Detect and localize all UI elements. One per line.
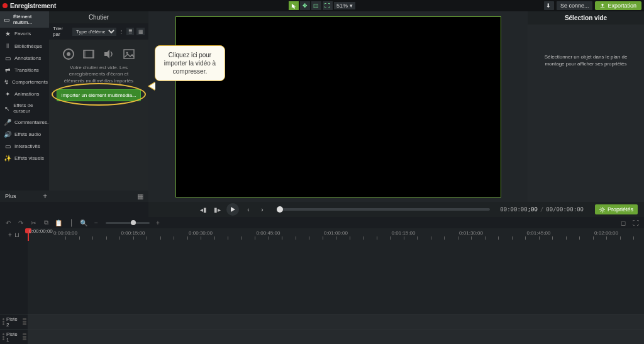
zoom-slider-handle[interactable]: [131, 220, 136, 225]
media-bin-sort-row: Trier par Type d'élément mult... ⋮ ≣ ▦: [49, 23, 148, 40]
cursor-tool[interactable]: [289, 1, 299, 10]
cut-button[interactable]: ✂: [29, 218, 38, 227]
track-toggles[interactable]: [23, 333, 26, 340]
track-row-1[interactable]: [28, 329, 644, 344]
gear-icon: [599, 207, 605, 213]
export-button[interactable]: Exportation: [595, 1, 641, 10]
sidebar-item-media[interactable]: ▭Élément multim...: [0, 11, 49, 28]
media-icon: ▭: [4, 16, 10, 23]
zoom-out-button[interactable]: 🔍: [79, 218, 88, 227]
properties-panel: Sélection vide Sélectionner un objet dan…: [528, 11, 644, 202]
zoom-plus-button[interactable]: +: [153, 218, 162, 227]
sidebar-item-favorites[interactable]: ★Favoris: [0, 28, 49, 40]
scrubber-handle[interactable]: [277, 206, 283, 213]
behavior-icon: ↯: [4, 79, 9, 86]
playhead-timecode: 0:00:00;00: [29, 228, 53, 234]
sidebar-item-transitions[interactable]: ⇄Transitions: [0, 64, 49, 76]
split-button[interactable]: ⎮: [67, 218, 75, 227]
sidebar-item-behaviors[interactable]: ↯Comportements: [0, 76, 49, 88]
tool-sidebar: ▭Élément multim... ★Favoris ⫴Bibliothèqu…: [0, 11, 49, 202]
sidebar-item-audio-effects[interactable]: 🔊Effets audio: [0, 128, 49, 140]
library-icon: ⫴: [4, 42, 11, 50]
timeline-toolbar: ↶ ↷ ✂ ⧉ 📋 ⎮ 🔍 − + ◻ ⛶: [0, 217, 644, 228]
track-header-2[interactable]: Piste 2: [0, 314, 28, 329]
properties-placeholder: Sélectionner un objet dans le plan de mo…: [528, 25, 644, 67]
sidebar-item-annotations[interactable]: ▭Annotations: [0, 52, 49, 64]
top-toolbar: Enregistrement ✥ ◫ ⛶ 51%▾ ⬇ Se conne... …: [0, 0, 644, 11]
paste-button[interactable]: 📋: [54, 218, 63, 227]
audio-file-icon: [102, 47, 116, 61]
timeline-zoom-slider[interactable]: [106, 222, 150, 224]
more-label[interactable]: Plus: [5, 193, 16, 199]
timeline-ruler[interactable]: 0:00:00;00 0:00:00;000:00:15;000:00:30;0…: [28, 228, 644, 241]
media-bin-title: Chutier: [49, 11, 148, 23]
bin-layout-icon[interactable]: ▦: [137, 192, 143, 201]
track-magnet-icon[interactable]: ⊔: [14, 231, 19, 238]
track-row-2[interactable]: [28, 314, 644, 329]
copy-button[interactable]: ⧉: [42, 218, 50, 227]
sidebar-item-visual-effects[interactable]: ✨Effets visuels: [0, 152, 49, 164]
scrubber[interactable]: [277, 208, 490, 211]
timeline-option-2[interactable]: ⛶: [631, 218, 640, 227]
redo-button[interactable]: ↷: [16, 218, 25, 227]
prev-clip-button[interactable]: ◂▮: [199, 205, 208, 214]
svg-rect-5: [124, 50, 134, 58]
zoom-dropdown[interactable]: 51%▾: [334, 2, 355, 9]
chevron-down-icon: ▾: [350, 3, 353, 9]
sidebar-item-animations[interactable]: ✦Animations: [0, 88, 49, 100]
interactivity-icon: ▭: [4, 143, 11, 150]
download-button[interactable]: ⬇: [544, 1, 554, 10]
timeline: + ⊔ Piste 2 Piste 1 0:00:00;00 0:00:00;0…: [0, 228, 644, 344]
speaker-icon: 🔊: [4, 131, 11, 138]
sidebar-item-cursor-effects[interactable]: ↖Effets de curseur: [0, 100, 49, 116]
record-screen-icon: [62, 47, 75, 61]
play-button[interactable]: [226, 203, 239, 216]
timeline-body[interactable]: 0:00:00;00 0:00:00;000:00:15;000:00:30;0…: [28, 228, 644, 344]
properties-button[interactable]: Propriétés: [595, 204, 638, 214]
sidebar-item-voiceover[interactable]: 🎤Commentaires...: [0, 116, 49, 128]
properties-title: Sélection vide: [528, 11, 644, 25]
track-header-1[interactable]: Piste 1: [0, 329, 28, 344]
view-list-button[interactable]: ≣: [126, 28, 135, 35]
animation-icon: ✦: [4, 91, 11, 97]
next-clip-button[interactable]: ›: [258, 205, 267, 214]
step-back-button[interactable]: ▮▸: [213, 205, 221, 214]
timecode-display: 00:00:00;00/00/00:00:00: [500, 206, 584, 213]
crop-tool[interactable]: ◫: [311, 1, 321, 10]
sort-dropdown[interactable]: Type d'élément mult...: [72, 28, 116, 36]
playback-bar: ◂▮ ▮▸ ‹ › 00:00:00;00/00/00:00:00 Propri…: [148, 202, 644, 217]
track-toggles[interactable]: [23, 318, 26, 325]
sidebar-item-interactivity[interactable]: ▭Interactivité: [0, 140, 49, 152]
canvas-tool-group: ✥ ◫ ⛶ 51%▾: [289, 1, 355, 10]
svg-rect-4: [92, 50, 94, 58]
step-forward-button[interactable]: ‹: [244, 205, 253, 214]
tutorial-callout: Cliquez ici pour importer la vidéo à com…: [155, 45, 225, 81]
bin-type-icons: [49, 40, 148, 65]
fit-tool[interactable]: ⛶: [323, 1, 333, 10]
preview-canvas[interactable]: [175, 16, 501, 197]
tracks-area[interactable]: [28, 241, 644, 344]
video-file-icon: [82, 47, 96, 61]
media-bin-panel: Chutier Trier par Type d'élément mult...…: [49, 11, 148, 202]
record-icon: [3, 3, 8, 8]
upload-icon: [600, 3, 605, 8]
view-grid-button[interactable]: ▦: [136, 28, 145, 35]
timeline-option-1[interactable]: ◻: [619, 218, 628, 227]
track-headers: + ⊔ Piste 2 Piste 1: [0, 228, 28, 344]
zoom-minus-button[interactable]: −: [92, 218, 101, 227]
star-icon: ★: [4, 30, 11, 37]
record-button[interactable]: Enregistrement: [3, 3, 56, 9]
add-track-button[interactable]: +: [8, 231, 12, 238]
image-file-icon: [122, 47, 136, 61]
import-media-button[interactable]: Importer un élément multimédia...: [57, 89, 140, 101]
undo-button[interactable]: ↶: [4, 218, 13, 227]
cursor-icon: ↖: [4, 105, 10, 112]
signin-button[interactable]: Se conne...: [557, 1, 593, 10]
hand-tool[interactable]: ✥: [300, 1, 310, 10]
annotation-icon: ▭: [4, 55, 11, 62]
add-bin-button[interactable]: +: [43, 192, 47, 201]
sidebar-item-library[interactable]: ⫴Bibliothèque: [0, 40, 49, 52]
record-label: Enregistrement: [10, 3, 56, 9]
svg-point-7: [601, 208, 604, 211]
wand-icon: ✨: [4, 155, 11, 162]
